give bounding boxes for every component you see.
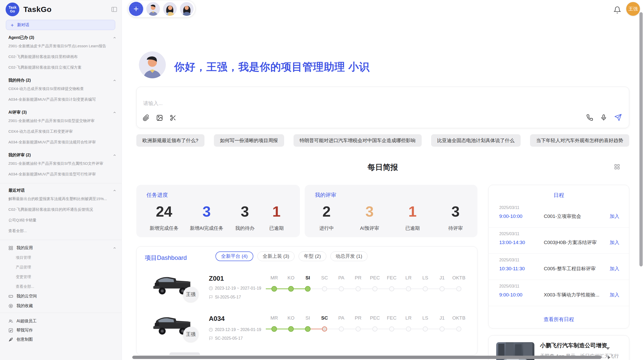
dashboard-tab[interactable]: 年型 (2) [299,251,326,261]
section-header-my-todo[interactable]: 我的待办 (2) [0,77,122,83]
add-assistant-button[interactable] [129,2,143,16]
suggestion-chip[interactable]: 比亚迪全固态电池计划具体说了什么 [431,134,521,147]
join-link[interactable]: 加入 [610,213,619,220]
schedule-card: 日程 2025/03/11 9:00-10:00 C001-立项审批会 加入 2… [488,185,629,328]
sidebar-task-item[interactable]: Z001-全新燃油轻卡产品开发项目SI节点属性5D文件评审 [0,158,122,169]
section-header-ai-review[interactable]: AI评审 (3) [0,109,122,115]
join-link[interactable]: 加入 [610,292,619,298]
milestone-dot-zone [400,323,417,335]
milestone-label: LS [422,275,428,281]
send-icon[interactable] [614,114,622,121]
dashboard-tab[interactable]: 全新平台 (4) [215,251,253,261]
section-header-recent-chats[interactable]: 最近对话 [0,187,122,193]
chevron-up-icon[interactable] [113,36,116,40]
tools-block: AI超级员工 帮我写作 创意制图 [0,317,122,344]
sidebar-item-help-write[interactable]: 帮我写作 [0,326,122,335]
milestone-connector [316,329,322,329]
stat-value: 1 [272,204,281,219]
sidebar-task-item[interactable]: C0X4-动力总成开发项目SI里程碑提交物检查 [0,83,122,94]
scroll-down-arrow[interactable] [606,347,610,350]
suggestion-chip[interactable]: 欧洲新规最近颁布了什么? [136,134,204,147]
milestone-dot [271,326,277,332]
image-icon[interactable] [156,114,163,121]
user-avatar[interactable]: 王强 [626,2,640,16]
sidebar-task-item[interactable]: C0X4-动力总成开发项目工程变更评审 [0,126,122,137]
recent-chat-item[interactable]: 查看全部... [0,226,122,236]
milestone-dot [406,286,411,291]
milestone-dot [356,326,361,332]
milestone-dot-zone [299,323,316,335]
milestone-label: SI [305,275,310,281]
milestone: FEC [383,315,400,335]
sidebar-item-creative-draw[interactable]: 创意制图 [0,335,122,344]
milestone-dot [456,286,461,291]
join-link[interactable]: 加入 [610,265,619,272]
dashboard-tab[interactable]: 动总开发 (1) [330,251,368,261]
assistant-greeting-avatar [139,51,166,78]
recent-chat-item[interactable]: 解释最新出台的欧盟报废车法规再生塑料比例被调至15%... [0,193,122,204]
layout-grid-icon[interactable] [614,164,620,170]
attachment-icon[interactable] [143,114,150,121]
cloud-space-label: 我的云空间 [17,294,37,299]
sidebar-item-favorites[interactable]: 我的收藏 [0,301,122,311]
milestone-connector [394,289,400,289]
phone-icon[interactable] [586,114,593,121]
assistant-avatar[interactable] [163,2,177,16]
notification-bell-icon[interactable] [613,6,621,14]
dashboard-tabs: 全新平台 (4)全新上装 (3)年型 (2)动总开发 (1) [215,251,368,261]
sidebar-task-item[interactable]: A034-全新新能源MUV产品开发项目造型可行性评审 [0,169,122,179]
join-link[interactable]: 加入 [610,239,619,246]
sidebar-task-item[interactable]: A034-全新新能源MUV产品开发项目法规符合性评审 [0,137,122,147]
chevron-up-icon[interactable] [113,111,116,114]
stat: 1 已逾期 [266,204,287,232]
sidebar-collapse-icon[interactable] [111,6,118,13]
view-all-schedule-link[interactable]: 查看所有日程 [489,316,629,323]
milestone-dot [288,326,294,332]
sidebar-item-my-apps[interactable]: 我的应用 [0,243,122,253]
sidebar-task-item[interactable]: C02-飞腾新能源轻客改款项目立项汇报方案 [0,62,122,73]
assistant-avatar[interactable] [180,2,194,16]
microphone-icon[interactable] [600,114,607,121]
horizontal-scrollbar[interactable] [132,356,602,359]
suggestion-chip[interactable]: 当下年轻人对汽车外观有怎样的喜好趋势 [530,134,629,147]
chevron-up-icon[interactable] [113,79,116,82]
assistant-avatar[interactable] [146,2,160,16]
app-sub-item[interactable]: 变更管理 [0,272,122,282]
sidebar-item-ai-staff[interactable]: AI超级员工 [0,317,122,326]
section-header-my-review[interactable]: 我的评审 (2) [0,152,122,158]
chevron-up-icon[interactable] [113,189,116,192]
scissors-icon[interactable] [170,114,177,121]
milestone: PEC [367,315,383,335]
clock-icon [209,328,213,332]
sidebar-task-item[interactable]: C02-飞腾新能源轻客改款项目里程碑画布 [0,51,122,62]
sidebar-item-cloud-space[interactable]: 我的云空间 [0,291,122,301]
app-sub-item[interactable]: 产品管理 [0,262,122,272]
my-apps-label: 我的应用 [17,245,33,251]
dashboard-tab[interactable]: 全新上装 (3) [257,251,295,261]
scroll-right-arrow[interactable] [608,356,610,359]
sidebar-task-item[interactable]: A034-全新新能源MUV产品开发项目计划变更表编写 [0,94,122,105]
milestone-label: LR [405,315,412,321]
my-review-card: 我的评审 2 进行中 3 AI预评审 1 已逾期 3 待评审 [305,185,477,237]
section-header-agent-done[interactable]: Agent已办 (3) [0,35,122,41]
project-dashboard-card: 项目Dashboard 全新平台 (4)全新上装 (3)年型 (2)动总开发 (… [136,246,477,355]
suggestion-chip[interactable]: 如何写一份清晰的项目周报 [214,134,284,147]
vertical-scrollbar[interactable] [639,12,643,266]
app-sub-item[interactable]: 项目管理 [0,253,122,262]
sidebar-task-item[interactable]: Z001-全新燃油轻卡产品开发项目SI造型提交物评审 [0,115,122,126]
suggestion-chip[interactable]: 特朗普可能对进口汽车增税会对中国车企造成哪些影响 [294,134,422,147]
milestone-label: PR [355,315,361,321]
favorites-label: 我的收藏 [17,303,33,309]
recent-chat-item[interactable]: C02-飞腾新能源轻客改款项目的闭环通告反馈情况 [0,204,122,215]
sidebar-task-item[interactable]: Z001-全新燃油皮卡产品开发项目SI节点Lesson Learn报告 [0,41,122,51]
recent-chat-item[interactable]: 公司Q3轻卡销量 [0,215,122,226]
app-sub-item[interactable]: 查看全部... [0,282,122,291]
chat-input[interactable] [143,100,373,107]
chevron-up-icon[interactable] [113,246,116,250]
new-chat-button[interactable]: ＋ 新对话 [6,20,115,30]
my-apps-list: 项目管理产品管理变更管理查看全部... [0,253,122,291]
schedule-time: 9:00-10:00 [499,292,544,298]
milestone-dot [339,286,344,291]
milestone-dot-zone [299,283,316,294]
chevron-up-icon[interactable] [113,153,116,157]
